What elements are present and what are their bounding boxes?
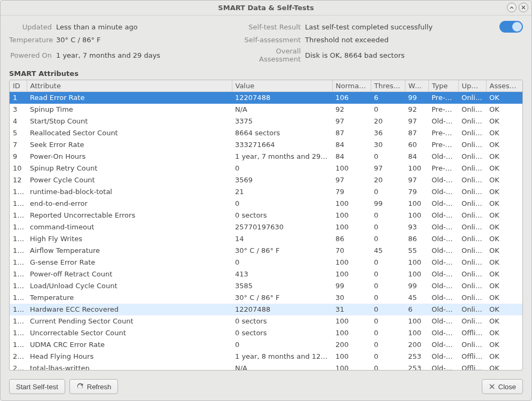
table-row[interactable]: 187Reported Uncorrectable Errors0 sector… xyxy=(10,210,522,221)
table-row[interactable]: 1Read Error Rate12207488106699Pre-FailOn… xyxy=(10,92,522,104)
smart-toggle[interactable] xyxy=(499,21,523,33)
table-row[interactable]: 194Temperature30° C / 86° F30045Old-AgeO… xyxy=(10,292,522,304)
cell-value: 30° C / 86° F xyxy=(232,292,332,304)
col-header-normalized[interactable]: Normalized xyxy=(332,80,371,92)
col-header-assessment[interactable]: Assessment xyxy=(486,80,522,92)
table-row[interactable]: 189High Fly Writes1486086Old-AgeOnlineOK xyxy=(10,233,522,245)
cell-updates: Online xyxy=(458,104,486,115)
cell-type: Pre-Fail xyxy=(428,104,458,115)
table-header-row: ID Attribute Value Normalized Threshold … xyxy=(10,80,522,92)
table-row[interactable]: 195Hardware ECC Recovered122074883106Old… xyxy=(10,304,522,315)
cell-normalized: 100 xyxy=(332,198,371,210)
cell-threshold: 0 xyxy=(371,221,405,233)
cell-id: 1 xyxy=(10,92,27,104)
col-header-type[interactable]: Type xyxy=(428,80,458,92)
close-icon[interactable] xyxy=(519,3,528,12)
col-header-id[interactable]: ID xyxy=(10,80,27,92)
cell-updates: Online xyxy=(458,174,486,186)
refresh-label: Refresh xyxy=(87,383,112,391)
cell-id: 195 xyxy=(10,304,27,315)
cell-worst: 200 xyxy=(405,339,428,351)
cell-threshold: 0 xyxy=(371,292,405,304)
cell-attribute: Spinup Retry Count xyxy=(27,163,232,174)
cell-id: 183 xyxy=(10,186,27,198)
cell-normalized: 200 xyxy=(332,339,371,351)
cell-threshold: 36 xyxy=(371,127,405,139)
close-button[interactable]: Close xyxy=(482,379,523,394)
table-row[interactable]: 188command-timeout25770197630100093Old-A… xyxy=(10,221,522,233)
cell-assessment: OK xyxy=(486,327,522,339)
cell-worst: 100 xyxy=(405,257,428,268)
col-header-worst[interactable]: Worst xyxy=(405,80,428,92)
table-row[interactable]: 240Head Flying Hours1 year, 8 months and… xyxy=(10,351,522,363)
cell-threshold: 0 xyxy=(371,339,405,351)
cell-updates: Online xyxy=(458,186,486,198)
table-row[interactable]: 12Power Cycle Count3569972097Old-AgeOnli… xyxy=(10,174,522,186)
table-row[interactable]: 184end-to-end-error010099100Old-AgeOnlin… xyxy=(10,198,522,210)
cell-type: Old-Age xyxy=(428,339,458,351)
cell-worst: 99 xyxy=(405,280,428,292)
selftest-result-label: Self-test Result xyxy=(237,23,301,31)
cell-assessment: OK xyxy=(486,257,522,268)
col-header-value[interactable]: Value xyxy=(232,80,332,92)
refresh-button[interactable]: Refresh xyxy=(69,379,119,394)
temperature-value: 30° C / 86° F xyxy=(56,36,232,44)
cell-threshold: 0 xyxy=(371,104,405,115)
cell-threshold: 30 xyxy=(371,139,405,151)
table-row[interactable]: 193Load/Unload Cycle Count358599099Old-A… xyxy=(10,280,522,292)
cell-normalized: 70 xyxy=(332,245,371,257)
cell-id: 194 xyxy=(10,292,27,304)
col-header-threshold[interactable]: Threshold xyxy=(371,80,405,92)
cell-threshold: 97 xyxy=(371,163,405,174)
cell-threshold: 0 xyxy=(371,151,405,163)
cell-id: 198 xyxy=(10,327,27,339)
cell-value: 21 xyxy=(232,186,332,198)
table-row[interactable]: 199UDMA CRC Error Rate02000200Old-AgeOnl… xyxy=(10,339,522,351)
cell-value: 8664 sectors xyxy=(232,127,332,139)
cell-worst: 60 xyxy=(405,139,428,151)
window-title: SMART Data & Self-Tests xyxy=(218,4,314,12)
cell-threshold: 0 xyxy=(371,268,405,280)
cell-assessment: OK xyxy=(486,139,522,151)
start-self-test-button[interactable]: Start Self-test xyxy=(9,379,65,394)
cell-updates: Online xyxy=(458,268,486,280)
table-row[interactable]: 9Power-On Hours1 year, 7 months and 29 d… xyxy=(10,151,522,163)
cell-assessment: OK xyxy=(486,221,522,233)
table-row[interactable]: 7Seek Error Rate333271664843060Pre-FailO… xyxy=(10,139,522,151)
cell-id: 184 xyxy=(10,198,27,210)
cell-updates: Online xyxy=(458,163,486,174)
cell-updates: Online xyxy=(458,315,486,327)
table-row[interactable]: 5Reallocated Sector Count8664 sectors873… xyxy=(10,127,522,139)
table-row[interactable]: 183runtime-bad-block-total2179079Old-Age… xyxy=(10,186,522,198)
table-row[interactable]: 190Airflow Temperature30° C / 86° F70455… xyxy=(10,245,522,257)
table-row[interactable]: 191G-sense Error Rate01000100Old-AgeOnli… xyxy=(10,257,522,268)
cell-threshold: 0 xyxy=(371,280,405,292)
col-header-attribute[interactable]: Attribute xyxy=(27,80,232,92)
cell-value: 14 xyxy=(232,233,332,245)
cell-id: 241 xyxy=(10,363,27,371)
cell-worst: 84 xyxy=(405,151,428,163)
cell-updates: Online xyxy=(458,115,486,127)
table-row[interactable]: 192Power-off Retract Count4131000100Old-… xyxy=(10,268,522,280)
table-row[interactable]: 198Uncorrectable Sector Count0 sectors10… xyxy=(10,327,522,339)
col-header-updates[interactable]: Updates xyxy=(458,80,486,92)
cell-value: 0 sectors xyxy=(232,327,332,339)
cell-assessment: OK xyxy=(486,127,522,139)
cell-id: 192 xyxy=(10,268,27,280)
cell-id: 191 xyxy=(10,257,27,268)
table-row[interactable]: 197Current Pending Sector Count0 sectors… xyxy=(10,315,522,327)
cell-updates: Online xyxy=(458,221,486,233)
table-row[interactable]: 241total-lbas-writtenN/A1000253Old-AgeOf… xyxy=(10,363,522,371)
table-row[interactable]: 10Spinup Retry Count010097100Pre-FailOnl… xyxy=(10,163,522,174)
cell-value: 12207488 xyxy=(232,92,332,104)
cell-id: 199 xyxy=(10,339,27,351)
table-row[interactable]: 3Spinup TimeN/A92092Pre-FailOnlineOK xyxy=(10,104,522,115)
cell-threshold: 0 xyxy=(371,351,405,363)
cell-worst: 55 xyxy=(405,245,428,257)
minimize-icon[interactable] xyxy=(507,3,517,12)
table-row[interactable]: 4Start/Stop Count3375972097Old-AgeOnline… xyxy=(10,115,522,127)
cell-assessment: OK xyxy=(486,315,522,327)
cell-updates: Online xyxy=(458,339,486,351)
cell-id: 189 xyxy=(10,233,27,245)
cell-threshold: 0 xyxy=(371,257,405,268)
